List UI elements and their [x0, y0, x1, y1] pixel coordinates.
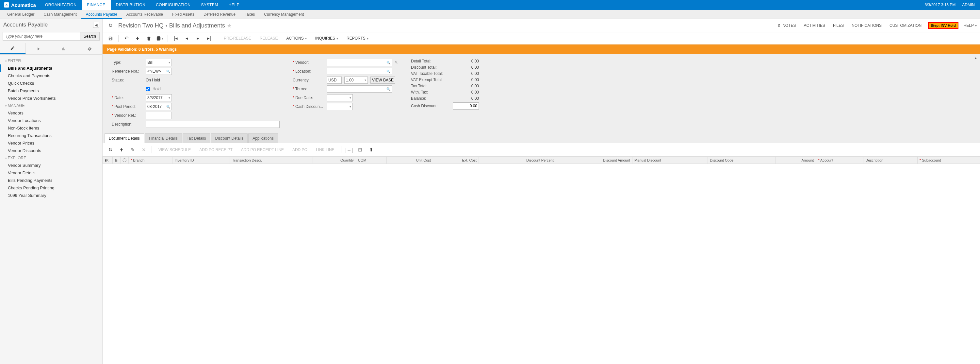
brand-logo[interactable]: a Acumatica — [0, 2, 40, 8]
customization-link[interactable]: CUSTOMIZATION — [889, 23, 921, 28]
ref-lookup[interactable]: <NEW> — [146, 68, 172, 75]
tab-discount-details[interactable]: Discount Details — [211, 133, 248, 143]
nav-item-vendor-summary[interactable]: Vendor Summary — [0, 161, 102, 169]
search-button[interactable]: Search — [80, 32, 100, 41]
activities-link[interactable]: ACTIVITIES — [804, 23, 825, 28]
due-date-input[interactable] — [327, 94, 353, 101]
favorite-star-icon[interactable]: ★ — [227, 22, 232, 29]
clipboard-icon[interactable]: ▾ — [155, 34, 164, 43]
grid-col-description[interactable]: Description — [863, 156, 918, 164]
nav-item-recurring-transactions[interactable]: Recurring Transactions — [0, 132, 102, 139]
subnav-fixed-assets[interactable]: Fixed Assets — [167, 10, 199, 19]
cash-discount-input[interactable] — [453, 102, 479, 110]
subnav-accounts-payable[interactable]: Accounts Payable — [81, 10, 122, 19]
grid-col-manual-discount[interactable]: Manual Discount — [632, 156, 708, 164]
nav-item-vendors[interactable]: Vendors — [0, 109, 102, 117]
next-icon[interactable]: ▸ — [193, 34, 202, 43]
last-icon[interactable]: ▸| — [205, 34, 214, 43]
grid-col-notes[interactable]: 🗎 — [113, 156, 121, 164]
inquiries-menu[interactable]: INQUIRIES▾ — [312, 36, 341, 41]
date-input[interactable]: 8/3/2017 — [146, 94, 172, 101]
topnav-distribution[interactable]: DISTRIBUTION — [111, 0, 151, 10]
username[interactable]: ADMIN — [962, 3, 975, 7]
sidebar-tab-chart[interactable] — [51, 43, 77, 54]
topnav-help[interactable]: HELP — [223, 0, 245, 10]
nav-item-non-stock-items[interactable]: Non-Stock Items — [0, 124, 102, 132]
nav-item-bills-pending-payments[interactable]: Bills Pending Payments — [0, 177, 102, 184]
nav-item-vendor-price-worksheets[interactable]: Vendor Price Worksheets — [0, 94, 102, 102]
nav-item-vendor-discounts[interactable]: Vendor Discounts — [0, 147, 102, 154]
help-link[interactable]: HELP ▾ — [964, 23, 977, 28]
post-period-lookup[interactable]: 08-2017 — [146, 103, 172, 110]
nav-section-enter[interactable]: ENTER — [0, 57, 102, 64]
files-link[interactable]: FILES — [833, 23, 844, 28]
location-lookup[interactable] — [327, 68, 392, 75]
subnav-general-ledger[interactable]: General Ledger — [3, 10, 39, 19]
notifications-link[interactable]: NOTIFICATIONS — [852, 23, 882, 28]
description-input[interactable] — [146, 121, 280, 128]
currency-code[interactable]: USD — [327, 77, 342, 84]
nav-section-explore[interactable]: EXPLORE — [0, 154, 102, 161]
delete-icon[interactable] — [144, 34, 153, 43]
grid-col-uom[interactable]: UOM — [356, 156, 387, 164]
nav-item-vendor-locations[interactable]: Vendor Locations — [0, 117, 102, 124]
subnav-currency-management[interactable]: Currency Management — [259, 10, 309, 19]
grid-col-account[interactable]: * Account — [816, 156, 863, 164]
sidebar-tab-play[interactable] — [26, 43, 52, 54]
upload-icon[interactable]: ⬆ — [367, 145, 376, 154]
nav-item-batch-payments[interactable]: Batch Payments — [0, 87, 102, 94]
nav-item-vendor-prices[interactable]: Vendor Prices — [0, 139, 102, 147]
refresh-icon[interactable]: ↻ — [106, 21, 115, 30]
undo-icon[interactable]: ↶ — [122, 34, 131, 43]
search-input[interactable] — [3, 32, 80, 41]
sidebar-tab-edit[interactable] — [0, 43, 26, 54]
vendor-ref-input[interactable] — [146, 112, 172, 119]
topnav-organization[interactable]: ORGANIZATION — [40, 0, 82, 10]
grid-col-discount-amount[interactable]: Discount Amount — [556, 156, 632, 164]
tab-financial-details[interactable]: Financial Details — [145, 133, 182, 143]
view-base-button[interactable]: VIEW BASE — [371, 77, 395, 84]
first-icon[interactable]: |◂ — [171, 34, 180, 43]
grid-col-amount[interactable]: Amount — [775, 156, 816, 164]
nav-item-checks-pending-printing[interactable]: Checks Pending Printing — [0, 184, 102, 192]
chevron-down-icon[interactable]: ▾ — [165, 24, 167, 27]
add-icon[interactable]: + — [133, 34, 142, 43]
export-excel-icon[interactable]: ⊞ — [356, 145, 365, 154]
edit-vendor-icon[interactable]: ✎ — [395, 60, 398, 65]
tab-applications[interactable]: Applications — [248, 133, 278, 143]
fit-column-icon[interactable]: |↔| — [345, 145, 354, 154]
prev-icon[interactable]: ◂ — [182, 34, 191, 43]
grid-col-subaccount[interactable]: * Subaccount — [917, 156, 980, 164]
collapse-form-icon[interactable]: ▴ — [975, 56, 977, 60]
subnav-deferred-revenue[interactable]: Deferred Revenue — [199, 10, 240, 19]
grid-col-ext--cost[interactable]: Ext. Cost — [433, 156, 479, 164]
reports-menu[interactable]: REPORTS▾ — [343, 36, 372, 41]
sidebar-collapse-button[interactable]: ◂ — [93, 22, 99, 28]
nav-item-vendor-details[interactable]: Vendor Details — [0, 169, 102, 177]
terms-lookup[interactable] — [327, 85, 392, 93]
topnav-configuration[interactable]: CONFIGURATION — [151, 0, 196, 10]
topnav-system[interactable]: SYSTEM — [196, 0, 223, 10]
nav-item-checks-and-payments[interactable]: Checks and Payments — [0, 72, 102, 80]
grid-add-icon[interactable]: + — [117, 145, 126, 154]
hold-checkbox[interactable] — [146, 87, 150, 91]
grid-refresh-icon[interactable]: ↻ — [106, 145, 115, 154]
grid-col-inventory-id[interactable]: Inventory ID — [172, 156, 230, 164]
grid-col-transaction-descr-[interactable]: Transaction Descr. — [230, 156, 313, 164]
grid-edit-icon[interactable]: ✎ — [128, 145, 137, 154]
nav-section-manage[interactable]: MANAGE — [0, 102, 102, 109]
sidebar-tab-settings[interactable] — [77, 43, 103, 54]
company-selector[interactable]: Revision Two HQ — [118, 22, 164, 29]
subnav-cash-management[interactable]: Cash Management — [39, 10, 81, 19]
tab-tax-details[interactable]: Tax Details — [183, 133, 210, 143]
currency-rate[interactable]: 1.00 — [344, 77, 368, 84]
subnav-accounts-receivable[interactable]: Accounts Receivable — [122, 10, 167, 19]
subnav-taxes[interactable]: Taxes — [240, 10, 259, 19]
type-select[interactable]: Bill — [146, 59, 172, 66]
tab-document-details[interactable]: Document Details — [105, 133, 144, 143]
nav-item-quick-checks[interactable]: Quick Checks — [0, 80, 102, 87]
grid-col-branch[interactable]: * Branch — [129, 156, 172, 164]
grid-col-selector[interactable]: �ధ — [103, 156, 113, 164]
grid-col-unit-cost[interactable]: Unit Cost — [387, 156, 433, 164]
save-icon[interactable] — [106, 34, 115, 43]
